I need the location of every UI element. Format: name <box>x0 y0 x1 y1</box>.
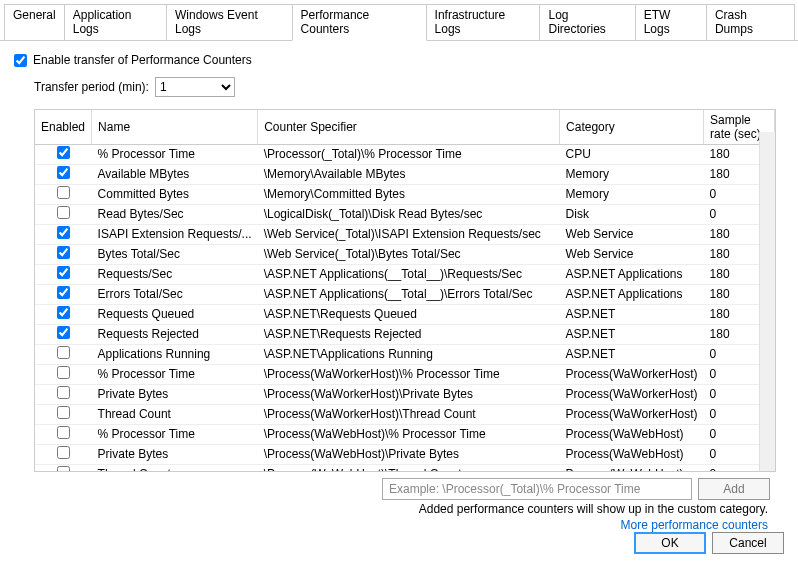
table-row[interactable]: Requests Rejected\ASP.NET\Requests Rejec… <box>35 325 775 345</box>
scrollbar-vertical[interactable] <box>759 132 775 471</box>
add-button[interactable]: Add <box>698 478 770 500</box>
tab-etw-logs[interactable]: ETW Logs <box>635 4 707 40</box>
row-enabled-checkbox[interactable] <box>57 266 70 279</box>
row-enabled-checkbox[interactable] <box>57 366 70 379</box>
tab-windows-event-logs[interactable]: Windows Event Logs <box>166 4 293 40</box>
enable-transfer-checkbox[interactable] <box>14 54 27 67</box>
cell-category: Web Service <box>560 225 704 245</box>
cell-counter-specifier: \Process(WaWorkerHost)\% Processor Time <box>258 365 560 385</box>
tab-crash-dumps[interactable]: Crash Dumps <box>706 4 795 40</box>
row-enabled-checkbox[interactable] <box>57 166 70 179</box>
table-row[interactable]: % Processor Time\Processor(_Total)\% Pro… <box>35 145 775 165</box>
table-row[interactable]: Thread Count\Process(WaWorkerHost)\Threa… <box>35 405 775 425</box>
tab-strip: GeneralApplication LogsWindows Event Log… <box>0 0 798 41</box>
table-row[interactable]: Errors Total/Sec\ASP.NET Applications(__… <box>35 285 775 305</box>
transfer-period-select[interactable]: 1 <box>155 77 235 97</box>
tab-content-performance-counters: Enable transfer of Performance Counters … <box>0 41 798 552</box>
cell-name: Committed Bytes <box>92 185 258 205</box>
header-counter-specifier[interactable]: Counter Specifier <box>258 110 560 145</box>
table-row[interactable]: Bytes Total/Sec\Web Service(_Total)\Byte… <box>35 245 775 265</box>
cell-counter-specifier: \Processor(_Total)\% Processor Time <box>258 145 560 165</box>
cell-name: % Processor Time <box>92 425 258 445</box>
cell-name: Requests Queued <box>92 305 258 325</box>
row-enabled-checkbox[interactable] <box>57 246 70 259</box>
tab-application-logs[interactable]: Application Logs <box>64 4 167 40</box>
table-row[interactable]: Private Bytes\Process(WaWorkerHost)\Priv… <box>35 385 775 405</box>
cell-name: ISAPI Extension Requests/... <box>92 225 258 245</box>
cell-name: Errors Total/Sec <box>92 285 258 305</box>
table-row[interactable]: Applications Running\ASP.NET\Application… <box>35 345 775 365</box>
row-enabled-checkbox[interactable] <box>57 186 70 199</box>
enable-transfer-row: Enable transfer of Performance Counters <box>14 53 784 67</box>
header-enabled[interactable]: Enabled <box>35 110 92 145</box>
cell-counter-specifier: \ASP.NET\Requests Rejected <box>258 325 560 345</box>
dialog-buttons: OK Cancel <box>634 532 784 554</box>
cell-counter-specifier: \Process(WaWorkerHost)\Thread Count <box>258 405 560 425</box>
row-enabled-checkbox[interactable] <box>57 446 70 459</box>
cell-name: Bytes Total/Sec <box>92 245 258 265</box>
enable-transfer-label: Enable transfer of Performance Counters <box>33 53 252 67</box>
row-enabled-checkbox[interactable] <box>57 346 70 359</box>
cell-category: ASP.NET Applications <box>560 285 704 305</box>
row-enabled-checkbox[interactable] <box>57 226 70 239</box>
cell-name: Thread Count <box>92 405 258 425</box>
cell-name: Read Bytes/Sec <box>92 205 258 225</box>
cell-category: Process(WaWebHost) <box>560 465 704 473</box>
transfer-period-label: Transfer period (min): <box>34 80 149 94</box>
row-enabled-checkbox[interactable] <box>57 386 70 399</box>
row-enabled-checkbox[interactable] <box>57 466 70 472</box>
table-row[interactable]: Available MBytes\Memory\Available MBytes… <box>35 165 775 185</box>
add-counter-input[interactable] <box>382 478 692 500</box>
cell-category: Process(WaWorkerHost) <box>560 405 704 425</box>
cell-category: ASP.NET Applications <box>560 265 704 285</box>
add-counter-row: Add <box>34 478 770 500</box>
cell-category: Memory <box>560 185 704 205</box>
transfer-period-row: Transfer period (min): 1 <box>34 77 784 97</box>
tab-performance-counters[interactable]: Performance Counters <box>292 4 427 41</box>
row-enabled-checkbox[interactable] <box>57 306 70 319</box>
cell-counter-specifier: \ASP.NET\Applications Running <box>258 345 560 365</box>
cell-counter-specifier: \ASP.NET\Requests Queued <box>258 305 560 325</box>
tab-infrastructure-logs[interactable]: Infrastructure Logs <box>426 4 541 40</box>
ok-button[interactable]: OK <box>634 532 706 554</box>
table-row[interactable]: Committed Bytes\Memory\Committed BytesMe… <box>35 185 775 205</box>
counters-table-body: % Processor Time\Processor(_Total)\% Pro… <box>35 145 775 473</box>
table-row[interactable]: Thread Count\Process(WaWebHost)\Thread C… <box>35 465 775 473</box>
cell-counter-specifier: \Process(WaWebHost)\Private Bytes <box>258 445 560 465</box>
header-name[interactable]: Name <box>92 110 258 145</box>
row-enabled-checkbox[interactable] <box>57 286 70 299</box>
table-row[interactable]: ISAPI Extension Requests/...\Web Service… <box>35 225 775 245</box>
table-row[interactable]: % Processor Time\Process(WaWebHost)\% Pr… <box>35 425 775 445</box>
cancel-button[interactable]: Cancel <box>712 532 784 554</box>
more-performance-counters-link[interactable]: More performance counters <box>14 518 768 532</box>
cell-name: % Processor Time <box>92 365 258 385</box>
cell-counter-specifier: \Web Service(_Total)\Bytes Total/Sec <box>258 245 560 265</box>
cell-counter-specifier: \ASP.NET Applications(__Total__)\Errors … <box>258 285 560 305</box>
header-category[interactable]: Category <box>560 110 704 145</box>
row-enabled-checkbox[interactable] <box>57 206 70 219</box>
table-row[interactable]: Requests/Sec\ASP.NET Applications(__Tota… <box>35 265 775 285</box>
table-header-row: Enabled Name Counter Specifier Category … <box>35 110 775 145</box>
tab-general[interactable]: General <box>4 4 65 40</box>
cell-name: Private Bytes <box>92 385 258 405</box>
cell-category: Disk <box>560 205 704 225</box>
cell-name: Requests Rejected <box>92 325 258 345</box>
cell-counter-specifier: \Process(WaWorkerHost)\Private Bytes <box>258 385 560 405</box>
table-row[interactable]: Private Bytes\Process(WaWebHost)\Private… <box>35 445 775 465</box>
cell-name: Thread Count <box>92 465 258 473</box>
table-row[interactable]: Read Bytes/Sec\LogicalDisk(_Total)\Disk … <box>35 205 775 225</box>
cell-category: CPU <box>560 145 704 165</box>
table-row[interactable]: % Processor Time\Process(WaWorkerHost)\%… <box>35 365 775 385</box>
row-enabled-checkbox[interactable] <box>57 406 70 419</box>
table-row[interactable]: Requests Queued\ASP.NET\Requests QueuedA… <box>35 305 775 325</box>
cell-category: ASP.NET <box>560 345 704 365</box>
row-enabled-checkbox[interactable] <box>57 146 70 159</box>
cell-name: % Processor Time <box>92 145 258 165</box>
row-enabled-checkbox[interactable] <box>57 426 70 439</box>
cell-category: Process(WaWebHost) <box>560 425 704 445</box>
cell-counter-specifier: \LogicalDisk(_Total)\Disk Read Bytes/sec <box>258 205 560 225</box>
row-enabled-checkbox[interactable] <box>57 326 70 339</box>
tab-log-directories[interactable]: Log Directories <box>539 4 635 40</box>
cell-counter-specifier: \Memory\Committed Bytes <box>258 185 560 205</box>
cell-category: Web Service <box>560 245 704 265</box>
